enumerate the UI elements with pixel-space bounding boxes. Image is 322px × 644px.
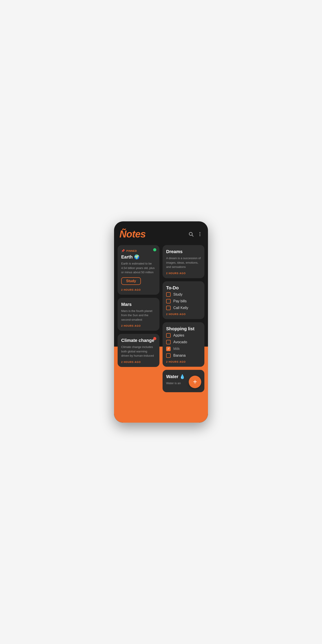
shopping-note-card[interactable]: Shopping list Apples Avocado Milk [162,322,204,367]
todo-title: To-Do [166,285,201,290]
todo-item-kelly[interactable]: Call Kelly [166,306,201,310]
pinned-text: PINNED [126,250,137,252]
shopping-title: Shopping list [166,326,201,332]
shopping-item-milk-label: Milk [173,347,180,351]
mars-body: Mars is the fourth planet from the Sun a… [121,309,156,322]
todo-item-bills[interactable]: Pay bills [166,299,201,304]
todo-checkbox-bills[interactable] [166,299,170,304]
notes-grid: 📌 PINNED Earth 🌍 Earth is estimated to b… [118,245,204,392]
svg-line-1 [192,235,194,236]
todo-item-study-label: Study [173,292,182,296]
shopping-item-banana-label: Banana [173,354,186,358]
mars-title: Mars [121,302,156,307]
fab-icon: + [193,378,197,386]
todo-note-card[interactable]: To-Do Study Pay bills Call Kelly [162,281,204,319]
more-button[interactable] [197,232,202,237]
study-tag-button[interactable]: Study [121,277,141,285]
climate-title: Climate change [121,338,156,343]
dreams-title: Dreams [166,249,201,254]
todo-checkbox-kelly[interactable] [166,306,170,310]
svg-point-3 [200,234,200,234]
right-column: Dreams A dream is a succession of images… [162,245,204,392]
todo-item-kelly-label: Call Kelly [173,306,188,310]
app-header: Ñotes [118,222,204,245]
pinned-label: 📌 PINNED [121,249,156,252]
todo-time: 2 HOURS AGO [166,313,201,316]
shopping-item-apples-label: Apples [173,334,184,338]
shopping-item-milk[interactable]: Milk [166,346,201,351]
logo-n: Ñ [120,228,126,240]
search-button[interactable] [188,232,194,237]
earth-time: 2 HOURS AGO [121,288,156,291]
header-actions [188,232,202,237]
pin-icon: 📌 [121,249,125,252]
shopping-item-avocado-label: Avocado [173,340,187,344]
shopping-checkbox-apples[interactable] [166,333,170,338]
mars-note-card[interactable]: Mars Mars is the fourth planet from the … [118,298,160,331]
dreams-time: 2 HOURS AGO [166,272,201,274]
dreams-note-card[interactable]: Dreams A dream is a succession of images… [162,245,204,278]
mars-time: 2 HOURS AGO [121,324,156,327]
climate-time: 2 HOURS AGO [121,361,156,363]
todo-checkbox-study[interactable] [166,292,170,297]
shopping-checkbox-milk[interactable] [166,346,170,351]
water-note-card[interactable]: Water 💧 Water is an + [162,370,204,392]
shopping-item-apples[interactable]: Apples [166,333,201,338]
climate-body: Climate change includes both global warm… [121,345,156,358]
todo-item-study[interactable]: Study [166,292,201,297]
earth-title: Earth 🌍 [121,254,156,260]
green-dot [153,248,156,251]
svg-point-2 [200,232,200,233]
earth-body: Earth is estimated to be 4.54 billion ye… [121,262,156,274]
left-column: 📌 PINNED Earth 🌍 Earth is estimated to b… [118,245,160,392]
svg-point-4 [200,235,200,236]
red-dot [153,337,156,340]
app-logo: Ñotes [120,228,146,240]
todo-item-bills-label: Pay bills [173,299,187,303]
shopping-checkbox-avocado[interactable] [166,340,170,344]
shopping-item-avocado[interactable]: Avocado [166,340,201,344]
shopping-checklist: Apples Avocado Milk Banana [166,333,201,358]
logo-otes: otes [126,228,146,240]
dreams-body: A dream is a succession of images, ideas… [166,256,201,269]
shopping-item-banana[interactable]: Banana [166,353,201,358]
shopping-time: 2 HOURS AGO [166,360,201,363]
add-note-fab[interactable]: + [189,376,201,388]
earth-note-card[interactable]: 📌 PINNED Earth 🌍 Earth is estimated to b… [118,245,160,295]
todo-checklist: Study Pay bills Call Kelly [166,292,201,310]
climate-note-card[interactable]: Climate change Climate change includes b… [118,334,160,367]
shopping-checkbox-banana[interactable] [166,353,170,358]
